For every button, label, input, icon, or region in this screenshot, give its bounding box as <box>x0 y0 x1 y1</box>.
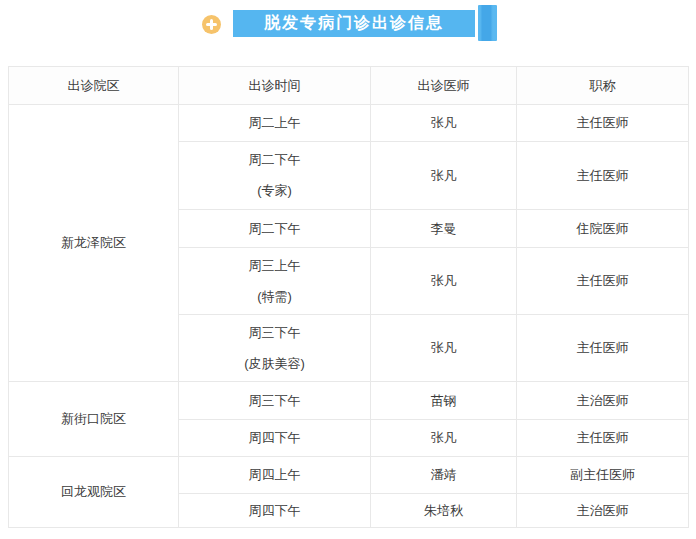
time-cell: 周二下午 <box>179 210 371 248</box>
clinic-schedule-table: 出诊院区 出诊时间 出诊医师 职称 新龙泽院区 周二上午 张凡 主任医师 周二下… <box>8 66 689 528</box>
campus-cell: 新街口院区 <box>9 382 179 457</box>
time-cell: 周三上午 (特需) <box>179 248 371 315</box>
doctor-cell: 张凡 <box>371 105 517 142</box>
page-header: 脱发专病门诊出诊信息 <box>0 0 696 48</box>
title-cell: 主任医师 <box>517 105 689 142</box>
title-cell: 主治医师 <box>517 382 689 420</box>
column-header-doctor: 出诊医师 <box>371 67 517 105</box>
plus-icon <box>202 15 221 34</box>
time-cell: 周四上午 <box>179 457 371 494</box>
table-row: 新龙泽院区 周二上午 张凡 主任医师 <box>9 105 689 142</box>
campus-cell: 回龙观院区 <box>9 457 179 528</box>
title-cell: 主任医师 <box>517 420 689 457</box>
title-cell: 住院医师 <box>517 210 689 248</box>
doctor-cell: 朱培秋 <box>371 494 517 528</box>
time-cell: 周三下午 (皮肤美容) <box>179 315 371 382</box>
doctor-cell: 张凡 <box>371 420 517 457</box>
doctor-cell: 张凡 <box>371 248 517 315</box>
page-title: 脱发专病门诊出诊信息 <box>233 10 475 37</box>
time-cell: 周四下午 <box>179 420 371 457</box>
title-cell: 主任医师 <box>517 248 689 315</box>
time-cell: 周四下午 <box>179 494 371 528</box>
time-cell: 周二下午 (专家) <box>179 142 371 210</box>
doctor-cell: 潘靖 <box>371 457 517 494</box>
time-cell: 周二上午 <box>179 105 371 142</box>
title-cell: 副主任医师 <box>517 457 689 494</box>
title-cell: 主治医师 <box>517 494 689 528</box>
doctor-cell: 苗钢 <box>371 382 517 420</box>
table-header-row: 出诊院区 出诊时间 出诊医师 职称 <box>9 67 689 105</box>
table-row: 回龙观院区 周四上午 潘靖 副主任医师 <box>9 457 689 494</box>
doctor-cell: 张凡 <box>371 142 517 210</box>
ribbon-tail-icon <box>478 5 497 41</box>
column-header-time: 出诊时间 <box>179 67 371 105</box>
campus-cell: 新龙泽院区 <box>9 105 179 382</box>
doctor-cell: 李曼 <box>371 210 517 248</box>
time-cell: 周三下午 <box>179 382 371 420</box>
column-header-title: 职称 <box>517 67 689 105</box>
title-cell: 主任医师 <box>517 142 689 210</box>
title-cell: 主任医师 <box>517 315 689 382</box>
doctor-cell: 张凡 <box>371 315 517 382</box>
column-header-campus: 出诊院区 <box>9 67 179 105</box>
table-row: 新街口院区 周三下午 苗钢 主治医师 <box>9 382 689 420</box>
